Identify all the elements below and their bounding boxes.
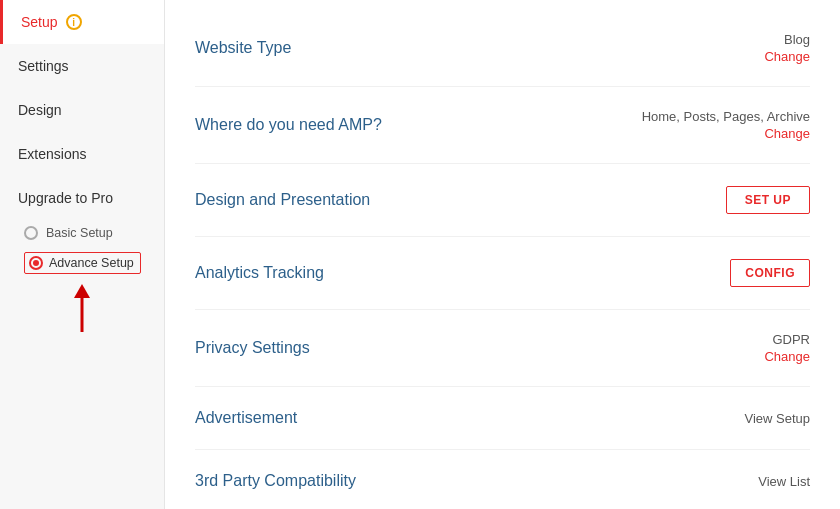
right-third-party: View List [758,474,810,489]
advance-setup-label: Advance Setup [49,256,134,270]
right-amp: Home, Posts, Pages, Archive Change [642,109,810,141]
right-design: SET UP [726,186,810,214]
radio-inner [33,260,39,266]
sidebar-item-design[interactable]: Design [0,88,164,132]
row-design: Design and Presentation SET UP [195,164,810,237]
right-analytics: CONFIG [730,259,810,287]
sidebar-item-setup[interactable]: Setup i [0,0,164,44]
row-website-type: Website Type Blog Change [195,10,810,87]
advance-setup-box: Advance Setup [24,252,141,274]
right-privacy: GDPR Change [764,332,810,364]
row-amp: Where do you need AMP? Home, Posts, Page… [195,87,810,164]
arrow-annotation [0,284,164,334]
sidebar-item-settings[interactable]: Settings [0,44,164,88]
value-privacy: GDPR [772,332,810,347]
link-amp[interactable]: Change [764,126,810,141]
link-third-party[interactable]: View List [758,474,810,489]
upgrade-label: Upgrade to Pro [18,190,113,206]
label-amp: Where do you need AMP? [195,116,382,134]
right-advertisement: View Setup [744,411,810,426]
link-website-type[interactable]: Change [764,49,810,64]
main-content: Website Type Blog Change Where do you ne… [165,0,840,509]
row-third-party: 3rd Party Compatibility View List [195,450,810,509]
info-icon: i [66,14,82,30]
link-privacy[interactable]: Change [764,349,810,364]
radio-advance-setup [29,256,43,270]
basic-setup-label: Basic Setup [46,226,113,240]
label-design: Design and Presentation [195,191,370,209]
label-analytics: Analytics Tracking [195,264,324,282]
label-privacy: Privacy Settings [195,339,310,357]
sidebar-sub-basic-setup[interactable]: Basic Setup [0,220,164,246]
sidebar-sub-advance-setup[interactable]: Advance Setup [0,246,164,280]
extensions-label: Extensions [18,146,86,162]
row-analytics: Analytics Tracking CONFIG [195,237,810,310]
config-button[interactable]: CONFIG [730,259,810,287]
arrow-shaft [81,296,84,332]
sidebar-item-upgrade[interactable]: Upgrade to Pro [0,176,164,220]
label-website-type: Website Type [195,39,291,57]
setup-label: Setup [21,14,58,30]
design-label: Design [18,102,62,118]
value-website-type: Blog [784,32,810,47]
setup-button[interactable]: SET UP [726,186,810,214]
label-third-party: 3rd Party Compatibility [195,472,356,490]
sidebar: Setup i Settings Design Extensions Upgra… [0,0,165,509]
label-advertisement: Advertisement [195,409,297,427]
link-advertisement[interactable]: View Setup [744,411,810,426]
row-privacy: Privacy Settings GDPR Change [195,310,810,387]
settings-label: Settings [18,58,69,74]
sidebar-item-extensions[interactable]: Extensions [0,132,164,176]
value-amp: Home, Posts, Pages, Archive [642,109,810,124]
right-website-type: Blog Change [764,32,810,64]
row-advertisement: Advertisement View Setup [195,387,810,450]
radio-basic-setup [24,226,38,240]
